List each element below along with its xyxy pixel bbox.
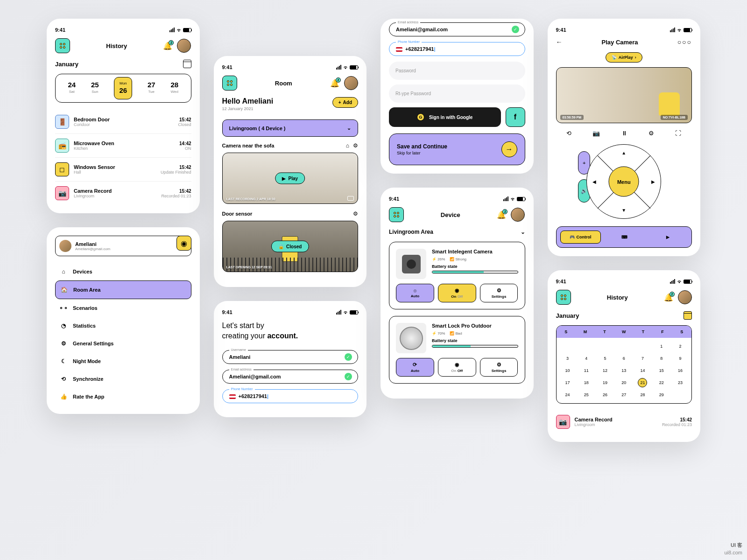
avatar[interactable] <box>511 208 525 222</box>
history-item[interactable]: ◻ Windows SensorHall 15:42Update Finishe… <box>55 158 191 182</box>
email-field[interactable]: Email address Ameliani@gmail.com ✓ <box>222 370 359 384</box>
door-preview[interactable]: 🔒 Closed LAST OPENING 12 SEP 09:31 <box>222 221 359 272</box>
google-signin-button[interactable]: GSign in with Google <box>389 107 501 127</box>
save-continue-button[interactable]: Save and ContinueSkip for later → <box>389 133 525 165</box>
tab-keyboard[interactable]: ⌨ <box>605 231 644 244</box>
menu-statistics[interactable]: ◔Statistics <box>55 317 191 335</box>
refresh-icon[interactable]: ⟲ <box>566 130 571 137</box>
calendar-day[interactable]: 8 <box>652 354 671 363</box>
calendar-day[interactable]: 29 <box>652 390 671 399</box>
history-item[interactable]: 📷 Camera RecordLivingroom 15:42Recorded … <box>55 182 191 205</box>
live-camera[interactable]: 03:56:59 PM NO:TVI-BL18B <box>556 67 692 123</box>
calendar-day[interactable]: 16 <box>671 366 690 375</box>
calendar-day[interactable]: 13 <box>614 366 633 375</box>
room-selector[interactable]: Livingroom ( 4 Device )⌄ <box>222 119 359 137</box>
calendar-day[interactable]: 14 <box>633 366 652 375</box>
pause-icon[interactable]: ⏸ <box>621 130 627 137</box>
bell-icon[interactable]: 🔔2 <box>330 79 339 88</box>
calendar-day[interactable]: 3 <box>558 354 577 363</box>
calendar-day[interactable]: 7 <box>633 354 652 363</box>
phone-field[interactable]: Phone Number +628217941| <box>222 389 359 403</box>
add-button[interactable]: + Add <box>332 97 358 108</box>
avatar[interactable] <box>678 290 692 304</box>
app-logo[interactable] <box>222 76 237 91</box>
avatar[interactable] <box>177 39 191 53</box>
menu-scenarios[interactable]: ⚬⚬Scenarios <box>55 299 191 317</box>
calendar-day[interactable]: 12 <box>596 366 614 375</box>
menu-button[interactable]: Menu <box>609 167 639 197</box>
dpad-down[interactable]: ▼ <box>621 208 626 213</box>
back-button[interactable]: ← <box>556 38 563 46</box>
calendar-day[interactable]: 9 <box>671 354 690 363</box>
fullscreen-icon[interactable]: ⛶ <box>675 130 681 137</box>
dpad-right[interactable]: ▶ <box>651 179 655 184</box>
bell-icon[interactable]: 🔔2 <box>163 42 172 50</box>
auto-button[interactable]: ⟳Auto <box>396 358 434 377</box>
avatar[interactable] <box>344 76 358 90</box>
cast-icon[interactable]: ⌂ <box>346 142 349 149</box>
calendar-icon[interactable] <box>684 311 692 320</box>
calendar-day[interactable]: 18 <box>577 378 596 387</box>
tab-control[interactable]: 🎮 Control <box>560 231 601 244</box>
tab-video[interactable]: ▶ <box>648 231 688 244</box>
calendar-day[interactable]: 25 <box>577 390 596 399</box>
calendar-day[interactable]: 10 <box>558 366 577 375</box>
calendar-day[interactable]: 19 <box>596 378 614 387</box>
history-item[interactable]: 🚪 Bedroom DoorCoridoor 15:42Closed <box>55 110 191 134</box>
bell-icon[interactable]: 🔔2 <box>664 293 673 302</box>
calendar-day[interactable]: 11 <box>577 366 596 375</box>
profile-card[interactable]: AmelianiAmeliani@gmail.com <box>55 236 191 256</box>
menu-night-mode[interactable]: ☾Night Mode <box>55 352 191 370</box>
calendar-day[interactable]: 23 <box>671 378 690 387</box>
on-off-toggle[interactable]: ◉On Off <box>438 358 476 377</box>
auto-button[interactable]: ☼Auto <box>396 284 434 302</box>
calendar-day-today[interactable]: 21 <box>638 378 647 387</box>
on-off-toggle[interactable]: ◉On Off <box>438 284 476 302</box>
menu-sync[interactable]: ⟲Synchronize <box>55 370 191 388</box>
calendar-day[interactable]: 5 <box>596 354 614 363</box>
calendar-day[interactable]: 24 <box>558 390 577 399</box>
calendar-day[interactable]: 6 <box>614 354 633 363</box>
menu-room-area[interactable]: 🏠Room Area <box>55 280 191 299</box>
menu-settings[interactable]: ⚙General Settings <box>55 335 191 352</box>
email-field[interactable]: Email address Ameliani@gmail.com ✓ <box>389 22 525 36</box>
phone-field[interactable]: Phone Number +628217941| <box>389 42 525 56</box>
settings-button[interactable]: ⚙Settings <box>480 284 518 302</box>
history-item[interactable]: 📷 Camera RecordLivingroom 15:42Recorded … <box>556 410 692 434</box>
calendar-day[interactable]: 15 <box>652 366 671 375</box>
day-selected[interactable]: Mon26 <box>114 77 132 99</box>
camera-preview[interactable]: ▶ Play LAST RECORDING 2 APR 18:30 <box>222 153 359 204</box>
more-icon[interactable]: ○○○ <box>677 38 692 46</box>
calendar-day[interactable]: 17 <box>558 378 577 387</box>
app-logo[interactable] <box>389 207 404 222</box>
settings-icon[interactable]: ⚙ <box>648 130 654 137</box>
calendar[interactable]: SMTWTFS 12345678910111213141516171819202… <box>556 325 692 404</box>
calendar-day[interactable]: 4 <box>577 354 596 363</box>
gear-icon[interactable]: ⚙ <box>353 142 358 149</box>
area-selector[interactable]: Livingroom Area⌄ <box>389 229 525 235</box>
week-picker[interactable]: 24Sat 25Sun Mon26 27Tue 28Wed <box>55 74 191 103</box>
username-field[interactable]: Username Ameliani ✓ <box>222 350 359 364</box>
password-field[interactable]: Password <box>389 62 525 80</box>
calendar-day[interactable]: 2 <box>671 342 690 351</box>
app-logo[interactable] <box>55 38 70 53</box>
calendar-day[interactable]: 22 <box>652 378 671 387</box>
retype-password-field[interactable]: Rt-ype Password <box>389 84 525 103</box>
history-item[interactable]: 📻 Microwave OvenKitchen 14:42ON <box>55 134 191 158</box>
calendar-day[interactable]: 26 <box>596 390 614 399</box>
calendar-icon[interactable] <box>183 60 191 68</box>
dpad-left[interactable]: ◀ <box>592 179 596 184</box>
calendar-day[interactable]: 1 <box>652 342 671 351</box>
settings-button[interactable]: ⚙Settings <box>480 358 518 377</box>
photo-icon[interactable]: 📷 <box>592 130 600 137</box>
bell-icon[interactable]: 🔔2 <box>497 210 506 219</box>
airplay-button[interactable]: 📡 AirPlay › <box>606 52 642 63</box>
facebook-signin-button[interactable]: f <box>506 107 525 127</box>
gear-icon[interactable]: ⚙ <box>353 210 358 217</box>
skip-link[interactable]: Skip for later <box>397 151 447 155</box>
app-logo[interactable] <box>556 290 571 305</box>
calendar-day[interactable]: 27 <box>614 390 633 399</box>
menu-devices[interactable]: ⌂Devices <box>55 263 191 280</box>
calendar-day[interactable]: 20 <box>614 378 633 387</box>
close-button[interactable]: ◉ <box>176 236 191 251</box>
